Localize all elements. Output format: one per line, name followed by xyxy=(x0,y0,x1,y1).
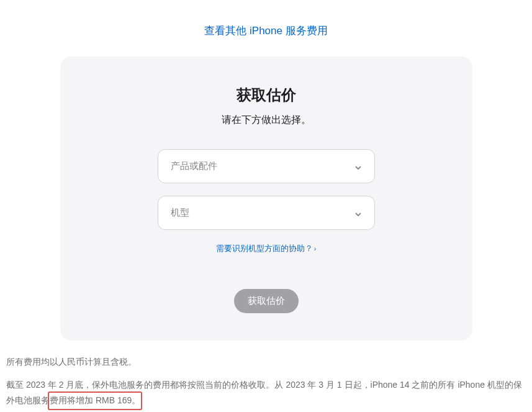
identify-model-help-link[interactable]: 需要识别机型方面的协助？ › xyxy=(216,243,317,254)
price-increase-highlight: 费用将增加 RMB 169。 xyxy=(50,393,140,408)
footer-notes: 所有费用均以人民币计算且含税。 截至 2023 年 2 月底，保外电池服务的费用… xyxy=(6,341,526,409)
chevron-right-icon: › xyxy=(314,245,317,252)
model-select-label: 机型 xyxy=(171,207,189,219)
card-subtitle: 请在下方做出选择。 xyxy=(79,114,454,127)
footer-line2: 截至 2023 年 2 月底，保外电池服务的费用都将按照当前的价格收取。从 20… xyxy=(6,377,526,408)
product-select-label: 产品或配件 xyxy=(171,160,217,172)
help-link-text: 需要识别机型方面的协助？ xyxy=(216,243,313,254)
footer-line1: 所有费用均以人民币计算且含税。 xyxy=(6,354,526,370)
top-link-row: 查看其他 iPhone 服务费用 xyxy=(6,0,526,57)
card-title: 获取估价 xyxy=(79,85,454,105)
get-estimate-button[interactable]: 获取估价 xyxy=(234,289,299,313)
model-select[interactable]: 机型 xyxy=(158,196,375,230)
other-services-link[interactable]: 查看其他 iPhone 服务费用 xyxy=(204,25,327,37)
estimate-card: 获取估价 请在下方做出选择。 产品或配件 机型 需要识别机型方面的协助？ › 获… xyxy=(60,57,472,341)
product-select[interactable]: 产品或配件 xyxy=(158,149,375,183)
help-link-row: 需要识别机型方面的协助？ › xyxy=(79,242,454,254)
chevron-down-icon xyxy=(354,163,362,170)
chevron-down-icon xyxy=(354,209,362,217)
